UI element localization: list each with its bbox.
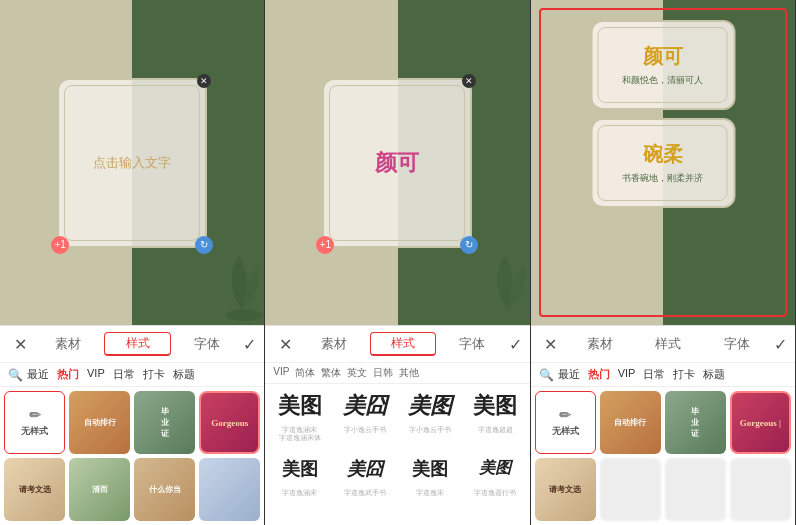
style-tag-other-2[interactable]: 其他 xyxy=(399,366,419,380)
tag-vip-1[interactable]: VIP xyxy=(87,367,105,382)
check-button-2[interactable]: ✓ xyxy=(509,335,522,354)
tab-material-1[interactable]: 素材 xyxy=(38,333,98,355)
check-button-3[interactable]: ✓ xyxy=(774,335,787,354)
search-icon-1[interactable]: 🔍 xyxy=(8,368,23,382)
card-top-subtitle-3: 和颜悦色，清丽可人 xyxy=(622,74,703,87)
tag-title-3[interactable]: 标题 xyxy=(703,367,725,382)
card-top-title-3: 颜可 xyxy=(643,43,683,70)
close-dot-2[interactable]: ✕ xyxy=(462,74,476,88)
style-tag-jpkr-2[interactable]: 日韩 xyxy=(373,366,393,380)
close-dot-1[interactable]: ✕ xyxy=(197,74,211,88)
tag-row-1: 最近 热门 VIP 日常 打卡 标题 xyxy=(27,367,256,382)
card-text-yanke[interactable]: 颜可 xyxy=(375,148,419,178)
tab-style-1[interactable]: 样式 xyxy=(104,332,170,356)
grid-item-8-3[interactable] xyxy=(730,458,791,521)
font-item-3-2[interactable]: 美图 字小逸云手书 xyxy=(399,388,460,443)
font-name-2-2: 字小逸云手书 xyxy=(344,426,386,434)
search-icon-3[interactable]: 🔍 xyxy=(539,368,554,382)
tag-hot-1[interactable]: 热门 xyxy=(57,367,79,382)
tab-font-2[interactable]: 字体 xyxy=(442,333,502,355)
close-button-2[interactable]: ✕ xyxy=(273,332,297,356)
font-item-8-2[interactable]: 美图 字道逸遥行书 xyxy=(465,451,526,497)
tag-recent-3[interactable]: 最近 xyxy=(558,367,580,382)
card-inner-1: 点击输入文字 xyxy=(64,85,200,241)
tag-vip-3[interactable]: VIP xyxy=(618,367,636,382)
grid-item-7-1[interactable]: 什么你当 xyxy=(134,458,195,521)
add-dot-2[interactable]: +1 xyxy=(316,236,334,254)
panel-2: ✕ 颜可 +1 ↻ ✕ 素材 样式 字体 ✓ VIP 简体 繁体 英文 日韩 其… xyxy=(265,0,530,525)
tab-style-2[interactable]: 样式 xyxy=(370,332,436,356)
rotate-dot-1[interactable]: ↻ xyxy=(195,236,213,254)
cert-item-3[interactable]: 毕业证 xyxy=(665,391,726,454)
card-frame-1[interactable]: ✕ 点击输入文字 +1 ↻ xyxy=(57,78,207,248)
style-tag-vip-2[interactable]: VIP xyxy=(273,366,289,380)
canvas-2: ✕ 颜可 +1 ↻ xyxy=(265,0,529,325)
text-placeholder-1[interactable]: 点击输入文字 xyxy=(93,154,171,172)
grid-item-6-1[interactable]: 清而 xyxy=(69,458,130,521)
cert-item-1[interactable]: 毕业证 xyxy=(134,391,195,454)
grid-item-7-3[interactable] xyxy=(665,458,726,521)
style-tag-en-2[interactable]: 英文 xyxy=(347,366,367,380)
rotate-dot-2[interactable]: ↻ xyxy=(460,236,478,254)
font-name-8-2: 字道逸遥行书 xyxy=(474,489,516,497)
gorgeous-item-3[interactable]: Gorgeous | xyxy=(730,391,791,454)
grid-item-5-1[interactable]: 请考文选 xyxy=(4,458,65,521)
no-style-item-3[interactable]: ✏ 无样式 xyxy=(535,391,596,454)
auto-label-3: 自动排行 xyxy=(614,417,646,428)
gorgeous-item-1[interactable]: Gorgeous xyxy=(199,391,260,454)
tab-style-3[interactable]: 样式 xyxy=(637,333,699,355)
font-item-1-2[interactable]: 美图 字道逸涵宋字道逸涵宋体 xyxy=(269,388,330,443)
card-bottom-inner-3: 碗柔 书香碗地，刚柔并济 xyxy=(598,125,728,201)
toolbar-top-3: ✕ 素材 样式 字体 ✓ xyxy=(531,326,795,363)
grid-item-6-3[interactable] xyxy=(600,458,661,521)
card-top-3[interactable]: 颜可 和颜悦色，清丽可人 xyxy=(590,20,735,110)
tag-row-3: 最近 热门 VIP 日常 打卡 标题 xyxy=(558,367,787,382)
gorgeous-label-3: Gorgeous | xyxy=(740,418,781,428)
close-button-3[interactable]: ✕ xyxy=(539,332,563,356)
tab-font-1[interactable]: 字体 xyxy=(177,333,237,355)
check-button-1[interactable]: ✓ xyxy=(243,335,256,354)
close-button-1[interactable]: ✕ xyxy=(8,332,32,356)
toolbar-3: ✕ 素材 样式 字体 ✓ 🔍 最近 热门 VIP 日常 打卡 标题 ✏ 无样式 xyxy=(531,325,795,525)
no-style-label-1: 无样式 xyxy=(21,425,48,438)
grid-item-8-1[interactable] xyxy=(199,458,260,521)
style-tag-trad-2[interactable]: 繁体 xyxy=(321,366,341,380)
font-name-3-2: 字小逸云手书 xyxy=(409,426,451,434)
font-item-2-2[interactable]: 美囧 字小逸云手书 xyxy=(334,388,395,443)
tag-hot-3[interactable]: 热门 xyxy=(588,367,610,382)
tag-recent-1[interactable]: 最近 xyxy=(27,367,49,382)
add-dot-1[interactable]: +1 xyxy=(51,236,69,254)
card-bottom-3[interactable]: 碗柔 书香碗地，刚柔并济 xyxy=(590,118,735,208)
style-tag-simple-2[interactable]: 简体 xyxy=(295,366,315,380)
font-item-7-2[interactable]: 美图 字道逸宋 xyxy=(399,451,460,497)
auto-item-3[interactable]: 自动排行 xyxy=(600,391,661,454)
canvas-1: ✕ 点击输入文字 +1 ↻ xyxy=(0,0,264,325)
grid-item-5-3[interactable]: 请考文选 xyxy=(535,458,596,521)
font-item-4-2[interactable]: 美图 字道逸超超 xyxy=(465,388,526,443)
tab-material-3[interactable]: 素材 xyxy=(569,333,631,355)
card-frame-2[interactable]: ✕ 颜可 +1 ↻ xyxy=(322,78,472,248)
style-tags-2: VIP 简体 繁体 英文 日韩 其他 xyxy=(265,363,529,384)
font-name-5-2: 字道逸涵宋 xyxy=(282,489,317,497)
tag-checkin-3[interactable]: 打卡 xyxy=(673,367,695,382)
tag-daily-1[interactable]: 日常 xyxy=(113,367,135,382)
font-sample-2-2: 美囧 xyxy=(343,388,387,424)
pencil-icon-3: ✏ xyxy=(559,407,571,423)
font-sample-4-2: 美图 xyxy=(473,388,517,424)
no-style-item-1[interactable]: ✏ 无样式 xyxy=(4,391,65,454)
card-inner-2: 颜可 xyxy=(329,85,465,241)
tag-daily-3[interactable]: 日常 xyxy=(643,367,665,382)
font-item-5-2[interactable]: 美图 字道逸涵宋 xyxy=(269,451,330,497)
tag-title-1[interactable]: 标题 xyxy=(173,367,195,382)
tag-checkin-1[interactable]: 打卡 xyxy=(143,367,165,382)
font-item-6-2[interactable]: 美囧 字道逸武手书 xyxy=(334,451,395,497)
tab-font-3[interactable]: 字体 xyxy=(706,333,768,355)
auto-item-1[interactable]: 自动排行 xyxy=(69,391,130,454)
font-sample-8-2: 美图 xyxy=(479,451,511,487)
card-bottom-subtitle-3: 书香碗地，刚柔并济 xyxy=(622,172,703,185)
no-style-label-3: 无样式 xyxy=(552,425,579,438)
search-row-1: 🔍 最近 热门 VIP 日常 打卡 标题 xyxy=(0,363,264,387)
font-sample-3-2: 美图 xyxy=(408,388,452,424)
tab-material-2[interactable]: 素材 xyxy=(303,333,363,355)
font-grid-row1-2: 美图 字道逸涵宋字道逸涵宋体 美囧 字小逸云手书 美图 字小逸云手书 美图 字道… xyxy=(265,384,529,447)
